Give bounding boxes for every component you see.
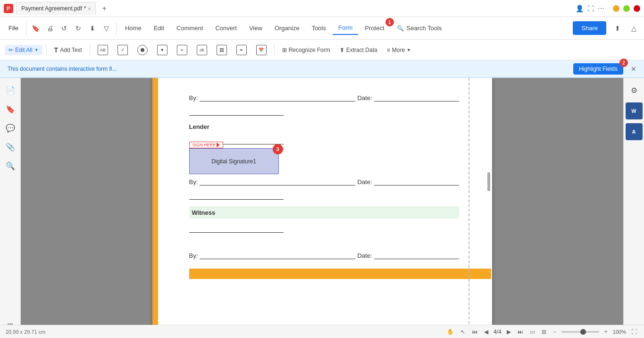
close-button[interactable] [634, 5, 640, 12]
hand-tool-icon[interactable]: ✋ [445, 329, 455, 335]
checkbox-button[interactable]: ✓ [114, 43, 132, 57]
fit-page-icon[interactable]: ⛶ [630, 329, 638, 335]
sidebar-comments-icon[interactable]: 💬 [2, 119, 19, 136]
notification-bar: This document contains interactive form … [0, 60, 644, 78]
by-label-sig: By: [189, 178, 198, 186]
add-tab-button[interactable]: + [99, 3, 110, 14]
right-settings-icon[interactable]: ⚙ [626, 82, 643, 99]
date-field-witness[interactable] [374, 252, 459, 259]
first-page-button[interactable]: ⏮ [470, 329, 479, 335]
last-page-button[interactable]: ⏭ [516, 329, 525, 335]
collapse-icon[interactable]: △ [627, 22, 640, 35]
highlight-fields-button[interactable]: Highlight Fields 2 [573, 63, 623, 75]
share-button[interactable]: Share [573, 21, 606, 35]
tab-close-icon[interactable]: × [88, 6, 91, 11]
toolbar-divider-3 [274, 44, 275, 56]
menubar: File 🔖 🖨 ↺ ↻ ⬇ ▽ Home Edit Comment Conve… [0, 17, 644, 40]
sidebar-pages-icon[interactable]: 📄 [2, 82, 19, 99]
radio-icon [137, 45, 148, 55]
by-field-sig[interactable] [200, 178, 355, 186]
text-icon: T [54, 46, 59, 54]
signature-area: SIGN HERE Digital Signature1 3 [189, 148, 459, 174]
statusbar: 20.99 x 29.71 cm ✋ ↖ ⏮ ◀ 4/4 ▶ ⏭ ▭ ⊞ − +… [0, 325, 644, 338]
expand-icon[interactable]: ▽ [100, 22, 113, 35]
standalone-line-1 [189, 108, 284, 116]
menu-divider-1 [26, 22, 26, 35]
pdf-page: By: Date: Lender [152, 78, 492, 338]
bookmark-icon[interactable]: 🔖 [29, 22, 42, 35]
pdf-content: By: Date: Lender [185, 94, 459, 279]
zoom-in-button[interactable]: + [603, 329, 609, 335]
menu-home[interactable]: Home [119, 22, 147, 34]
date-field-button[interactable]: 📅 [252, 43, 270, 57]
sidebar-search-icon[interactable]: 🔍 [2, 157, 19, 174]
upload-icon[interactable]: ⬆ [611, 22, 624, 35]
menu-comment[interactable]: Comment [171, 22, 209, 34]
sidebar-bookmarks-icon[interactable]: 🔖 [2, 101, 19, 118]
profile-icon[interactable]: 👤 [576, 5, 584, 12]
menu-quick-icons: 🔖 🖨 ↺ ↻ ⬇ ▽ [29, 22, 113, 35]
prev-page-button[interactable]: ◀ [483, 329, 490, 335]
dropdown-field-button[interactable]: ▼ [153, 43, 171, 57]
dropdown-field-icon: ▼ [157, 45, 167, 55]
date-field-sig[interactable] [374, 178, 459, 186]
digital-signature-box[interactable]: Digital Signature1 3 [189, 148, 279, 174]
radio-button[interactable] [134, 43, 151, 57]
menu-search-tools[interactable]: 🔍 Search Tools [391, 22, 448, 34]
checkbox-icon: ✓ [117, 45, 128, 55]
highlight-badge: 2 [619, 59, 628, 67]
edit-all-button[interactable]: ✏ Edit All ▼ [5, 45, 42, 55]
text-field-button[interactable]: AB [94, 43, 112, 57]
next-page-button[interactable]: ▶ [505, 329, 512, 335]
print-icon[interactable]: 🖨 [43, 22, 57, 35]
zoom-slider[interactable] [561, 331, 599, 333]
by-field-witness[interactable] [200, 252, 355, 259]
protect-badge: 1 [385, 18, 394, 26]
search-tools-label: Search Tools [407, 25, 442, 32]
more-button[interactable]: ≡ More ▼ [383, 45, 415, 55]
menu-view[interactable]: View [243, 22, 268, 34]
right-word-icon[interactable]: W [626, 102, 643, 119]
recognize-form-button[interactable]: ⊞ Recognize Form [278, 45, 334, 55]
by-field-top[interactable] [200, 94, 355, 101]
sig-wrapper: SIGN HERE Digital Signature1 3 [189, 148, 279, 174]
menu-edit[interactable]: Edit [148, 22, 170, 34]
minimize-button[interactable] [613, 5, 619, 12]
restore-button[interactable] [623, 5, 630, 12]
download-icon[interactable]: ⬇ [86, 22, 99, 35]
date-field-top[interactable] [374, 94, 459, 101]
sig-field-icon: ✒ [236, 45, 247, 55]
extract-data-button[interactable]: ⬆ Extract Data [336, 45, 381, 55]
undo-icon[interactable]: ↺ [58, 22, 71, 35]
zoom-thumb [580, 329, 586, 335]
menu-form[interactable]: Form [333, 21, 358, 35]
ok-button[interactable]: ok [193, 43, 211, 57]
scroll-thumb[interactable] [487, 172, 490, 191]
menu-file-label[interactable]: File [8, 25, 18, 32]
menu-protect[interactable]: Protect 1 [359, 22, 390, 34]
image-field-button[interactable]: 🖼 [213, 43, 231, 57]
menu-organize[interactable]: Organize [269, 22, 305, 34]
signature-field-button[interactable]: ✒ [233, 43, 251, 57]
more-options-icon[interactable]: ⋯ [598, 5, 604, 12]
file-tab[interactable]: Payment Agreement.pdf * × [16, 2, 96, 15]
notification-close-icon[interactable]: ✕ [631, 65, 636, 73]
pdf-area: By: Date: Lender [21, 78, 623, 338]
add-text-button[interactable]: T Add Text [50, 44, 86, 56]
pdf-scroll-area[interactable]: By: Date: Lender [21, 78, 623, 338]
zoom-out-button[interactable]: − [552, 329, 558, 335]
by-label-witness: By: [189, 252, 198, 259]
fullscreen-icon[interactable]: ⛶ [587, 5, 594, 12]
redo-icon[interactable]: ↻ [72, 22, 85, 35]
lender-title: Lender [189, 123, 459, 130]
single-page-icon[interactable]: ▭ [528, 329, 536, 335]
right-sidebar: ⚙ W A [623, 78, 644, 338]
menu-tools[interactable]: Tools [306, 22, 332, 34]
right-ai-icon[interactable]: A [626, 123, 643, 140]
signature-badge: 3 [273, 144, 283, 154]
select-tool-icon[interactable]: ↖ [459, 329, 467, 335]
menu-convert[interactable]: Convert [209, 22, 243, 34]
list-field-button[interactable]: ≡ [173, 43, 191, 57]
sidebar-attachments-icon[interactable]: 📎 [2, 138, 19, 155]
two-page-icon[interactable]: ⊞ [540, 329, 548, 335]
